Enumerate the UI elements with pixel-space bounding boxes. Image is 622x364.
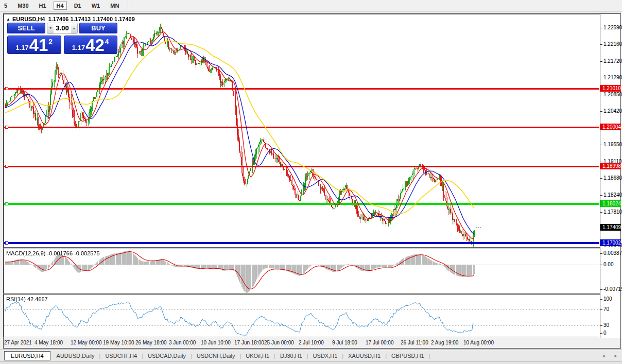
rsi-indicator-pane: RSI(14) 42.4667 — [4, 294, 600, 337]
timeframe-button-m30[interactable]: M30 — [14, 2, 31, 10]
symbol-label: EURUSD,H4 — [12, 16, 45, 22]
timeframe-button-d1[interactable]: D1 — [71, 2, 84, 10]
tab-ukoil-h1[interactable]: UKOil,H1 — [241, 351, 273, 360]
volume-input[interactable]: 3.00 — [54, 23, 71, 33]
sell-price-sup: 2 — [48, 38, 53, 46]
rsi-axis-30: 30 — [600, 322, 609, 328]
macd-name: MACD(12,26,9) — [6, 250, 45, 256]
one-click-trade-panel: SELL ▼ 3.00 ▲ BUY 1.17 41 2 1.17 42 4 — [7, 23, 117, 54]
main-chart-pane: ▲EURUSD,H4 1.17406 1.17413 1.17400 1.174… — [4, 14, 600, 248]
time-label: 9 Jul 18:00 — [332, 340, 357, 345]
rsi-canvas[interactable] — [4, 295, 599, 337]
macd-label: MACD(12,26,9) -0.001766 -0.002575 — [6, 250, 100, 256]
time-label: 3 Jun 00:00 — [169, 340, 196, 345]
time-label: 27 Apr 2021 — [4, 340, 32, 345]
price-tick: 1.22160 — [600, 41, 622, 47]
collapse-triangle-icon[interactable]: ▲ — [6, 17, 10, 22]
price-badge: 1.20004 — [600, 124, 621, 130]
volume-increase-icon[interactable]: ▲ — [71, 23, 77, 33]
macd-axis-zero: 0.00 — [600, 262, 613, 268]
tab-usdx-h1[interactable]: USDX,H1 — [309, 351, 342, 360]
sell-price-button[interactable]: 1.17 41 2 — [7, 36, 61, 54]
price-badge: 1.21010 — [600, 85, 621, 92]
price-axis[interactable]: 1.225901.221601.217201.212901.208501.204… — [600, 14, 620, 338]
tab-separator: | — [142, 353, 143, 359]
sell-button[interactable]: SELL — [7, 23, 45, 34]
rsi-axis-0: 0 — [600, 330, 607, 336]
sell-price-big: 41 — [29, 37, 48, 53]
buy-price-small: 1.17 — [72, 44, 85, 51]
time-label: 4 May 18:00 — [34, 340, 63, 345]
rsi-label: RSI(14) 42.4667 — [6, 296, 48, 302]
time-label: 26 May 18:00 — [135, 340, 167, 345]
timeframe-button-5[interactable]: 5 — [1, 2, 10, 10]
price-tick: 1.17810 — [600, 209, 622, 215]
tab-usdchf-h4[interactable]: USDCHF,H4 — [101, 351, 141, 360]
tab-separator: | — [385, 353, 387, 359]
price-badge: 1.18024 — [600, 200, 621, 207]
chart-tab-bar: EURUSD,H4AUDUSD,Daily|USDCHF,H4|USDCAD,D… — [0, 350, 622, 361]
sell-price-small: 1.17 — [15, 44, 28, 51]
buy-price-big: 42 — [85, 37, 105, 53]
toolbar-separator — [128, 2, 128, 10]
tab-xauusd-h1[interactable]: XAUUSD,H1 — [344, 351, 385, 360]
status-bar — [0, 361, 622, 364]
timeframe-button-h1[interactable]: H1 — [36, 2, 49, 10]
price-tick: 1.21720 — [600, 58, 622, 64]
tab-separator: | — [239, 353, 241, 359]
time-label: 2 Jul 10:00 — [299, 340, 324, 345]
volume-spinner: ▼ 3.00 ▲ — [47, 23, 78, 34]
time-label: 17 Jul 00:00 — [366, 340, 394, 345]
tab-separator: | — [342, 353, 343, 359]
time-label: 17 Jun 18:00 — [234, 340, 264, 345]
tab-separator: | — [429, 353, 430, 359]
macd-indicator-pane: MACD(12,26,9) -0.001766 -0.002575 — [4, 249, 600, 293]
macd-axis-min: -0.00719 — [600, 286, 622, 292]
tab-dj30-h1[interactable]: DJ30,H1 — [276, 351, 306, 360]
volume-decrease-icon[interactable]: ▼ — [47, 23, 54, 33]
tab-gbpusd-h1[interactable]: GBPUSD,H1 — [387, 351, 428, 360]
tab-usdcnh-daily[interactable]: USDCNH,Daily — [193, 351, 239, 360]
timeframe-button-w1[interactable]: W1 — [89, 2, 103, 10]
time-label: 2 Aug 19:00 — [431, 340, 458, 345]
macd-axis-max: 0.003873 — [600, 250, 622, 256]
price-badge: 1.18998 — [600, 163, 621, 169]
price-badge: 1.17409 — [600, 224, 621, 231]
tab-scroll-right-icon[interactable]: ► — [614, 354, 618, 358]
price-tick: 1.22590 — [600, 25, 622, 31]
tab-scroll-arrows: ◄ ► — [594, 354, 618, 358]
time-label: 10 Aug 00:00 — [463, 340, 494, 345]
tab-usdcad-daily[interactable]: USDCAD,Daily — [144, 351, 190, 360]
chart-window: ▲EURUSD,H4 1.17406 1.17413 1.17400 1.174… — [3, 13, 621, 349]
price-tick: 1.18240 — [600, 192, 622, 198]
tab-audusd-daily[interactable]: AUDUSD,Daily — [53, 351, 99, 360]
price-tick: 1.20420 — [600, 108, 622, 114]
price-tick: 1.19550 — [600, 142, 622, 148]
rsi-axis-70: 70 — [600, 306, 609, 313]
timeframe-toolbar: 5M30H1H4D1W1MN — [0, 0, 622, 12]
buy-price-sup: 4 — [105, 38, 109, 46]
time-label: 10 Jun 10:00 — [201, 340, 231, 345]
timeframe-button-mn[interactable]: MN — [107, 2, 122, 10]
macd-values: -0.001766 -0.002575 — [47, 250, 99, 256]
price-tick: 1.20850 — [600, 92, 622, 98]
rsi-axis-100: 100 — [600, 296, 612, 302]
rsi-value: 42.4667 — [27, 296, 48, 302]
time-label: 19 May 10:00 — [103, 340, 134, 345]
tab-separator: | — [307, 353, 308, 359]
price-tick: 1.18680 — [600, 175, 622, 181]
price-badge: 1.17002 — [600, 239, 621, 246]
buy-price-button[interactable]: 1.17 42 4 — [64, 36, 118, 54]
time-label: 26 Jul 11:00 — [401, 340, 428, 345]
time-axis[interactable]: 27 Apr 20214 May 18:0012 May 00:0019 May… — [4, 338, 600, 348]
tab-separator: | — [274, 353, 275, 359]
timeframe-button-h4[interactable]: H4 — [54, 2, 67, 10]
quote-values: 1.17406 1.17413 1.17400 1.17409 — [48, 16, 135, 22]
tab-scroll-left-icon[interactable]: ◄ — [601, 354, 606, 358]
tab-separator: | — [99, 353, 101, 359]
price-tick: 1.21290 — [600, 75, 622, 81]
tab-eurusd-h4[interactable]: EURUSD,H4 — [4, 351, 50, 360]
buy-button[interactable]: BUY — [79, 23, 117, 34]
time-label: 25 Jun 00:00 — [264, 340, 294, 345]
chart-symbol-header: ▲EURUSD,H4 1.17406 1.17413 1.17400 1.174… — [6, 16, 135, 22]
